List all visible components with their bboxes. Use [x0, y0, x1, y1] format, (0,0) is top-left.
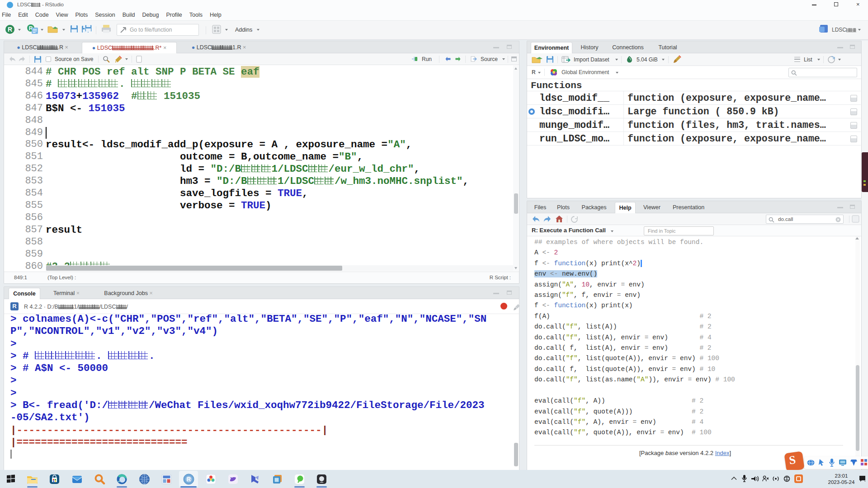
svg-text:R: R — [187, 476, 191, 483]
